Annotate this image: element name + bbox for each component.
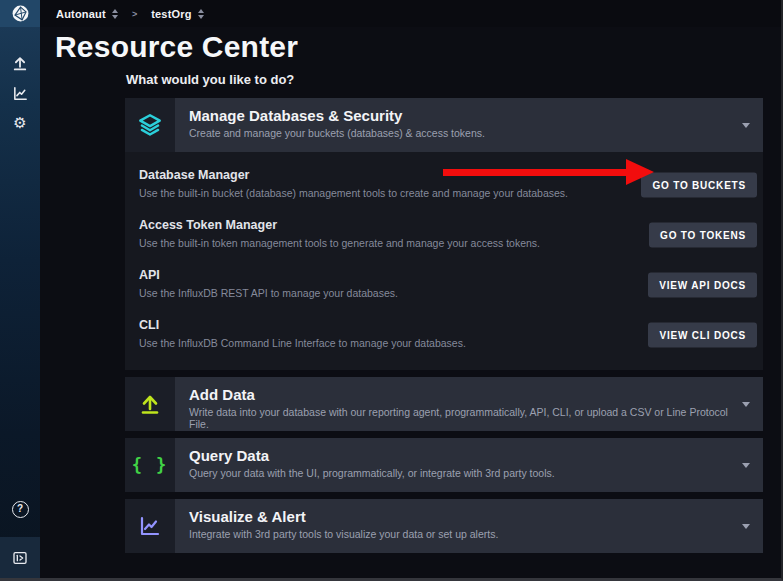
gear-icon[interactable]: ⚙ (0, 109, 40, 137)
row-access-token-manager: Access Token Manager Use the built-in to… (125, 210, 763, 260)
row-cli: CLI Use the InfluxDB Command Line Interf… (125, 310, 763, 360)
panel-manage-header[interactable]: Manage Databases & Security Create and m… (125, 98, 763, 152)
view-api-docs-button[interactable]: VIEW API DOCS (648, 273, 757, 298)
go-to-tokens-button[interactable]: GO TO TOKENS (649, 223, 757, 248)
breadcrumb-separator: > (126, 9, 143, 19)
panel-visualize-alert[interactable]: Visualize & Alert Integrate with 3rd par… (125, 499, 763, 553)
toggle-version-icon[interactable] (0, 537, 40, 578)
breadcrumb-suborg-label: testOrg (151, 8, 192, 20)
panel-query-data-title: Query Data (189, 447, 733, 464)
page-title: Resource Center (55, 30, 298, 64)
chevron-down-icon[interactable] (742, 123, 750, 128)
panel-visualize-title: Visualize & Alert (189, 508, 733, 525)
panel-add-data-description: Write data into your database with our r… (189, 406, 733, 430)
page-subtitle: What would you like to do? (126, 72, 294, 87)
breadcrumb-org-label: Autonaut (56, 8, 106, 20)
go-to-buckets-button[interactable]: GO TO BUCKETS (641, 173, 757, 198)
chart-icon (125, 499, 175, 553)
chevron-down-icon[interactable] (742, 524, 750, 529)
resource-center-panels: Manage Databases & Security Create and m… (125, 98, 763, 553)
panel-add-data[interactable]: Add Data Write data into your database w… (125, 377, 763, 431)
breadcrumb-org[interactable]: Autonaut (56, 8, 118, 20)
upload-data-icon (125, 377, 175, 431)
panel-query-data-description: Query your data with the UI, programmati… (189, 467, 733, 479)
view-cli-docs-button[interactable]: VIEW CLI DOCS (648, 323, 757, 348)
org-switch-icon[interactable] (112, 9, 118, 19)
help-icon[interactable]: ? (0, 495, 40, 523)
panel-query-data[interactable]: { } Query Data Query your data with the … (125, 438, 763, 492)
braces-icon: { } (125, 438, 175, 492)
suborg-switch-icon[interactable] (198, 9, 204, 19)
graph-icon[interactable] (0, 79, 40, 107)
sidebar-nav: ⚙ (0, 49, 40, 137)
row-database-manager: Database Manager Use the built-in bucket… (125, 160, 763, 210)
breadcrumb: Autonaut > testOrg (40, 0, 781, 27)
chevron-down-icon[interactable] (742, 402, 750, 407)
panel-add-data-title: Add Data (189, 386, 733, 403)
layers-icon (125, 98, 175, 152)
panel-manage-description: Create and manage your buckets (database… (189, 127, 733, 139)
upload-icon[interactable] (0, 49, 40, 77)
panel-manage-title: Manage Databases & Security (189, 107, 733, 124)
breadcrumb-suborg[interactable]: testOrg (151, 8, 204, 20)
sidebar: ⚙ ? (0, 0, 40, 578)
chevron-down-icon[interactable] (742, 463, 750, 468)
panel-visualize-description: Integrate with 3rd party tools to visual… (189, 528, 733, 540)
sidebar-bottom: ? (0, 495, 40, 578)
row-api: API Use the InfluxDB REST API to manage … (125, 260, 763, 310)
manage-rows: Database Manager Use the built-in bucket… (125, 152, 763, 360)
panel-manage-databases: Manage Databases & Security Create and m… (125, 98, 763, 370)
app-window: ⚙ ? Autonaut > testOrg Resource C (0, 0, 783, 581)
influxdb-logo[interactable] (0, 0, 40, 27)
